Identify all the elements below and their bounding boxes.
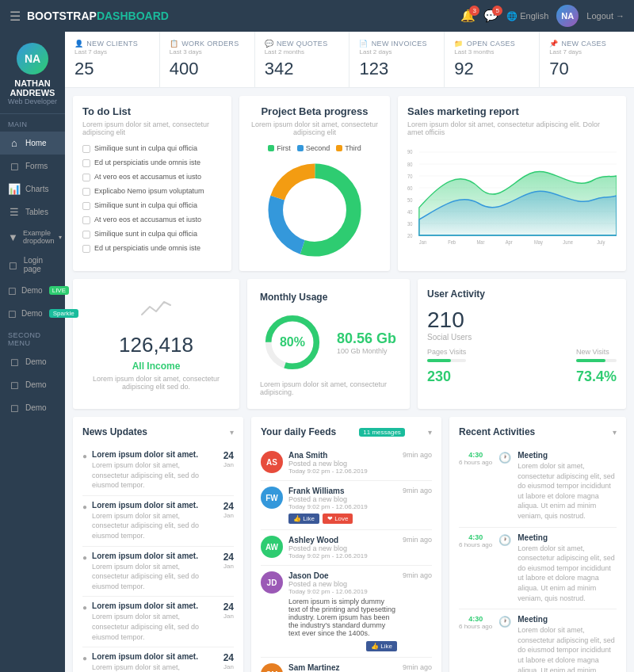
news-date-month: Jan — [223, 461, 234, 468]
sidebar-label-forms: Forms — [25, 162, 48, 170]
monthly-desc: Lorem ipsum dolor sit amet, consectetur … — [260, 380, 397, 396]
news-dropdown[interactable]: ▾ — [230, 428, 234, 437]
todo-checkbox[interactable] — [82, 174, 90, 181]
feeds-dropdown[interactable]: ▾ — [428, 428, 432, 437]
news-item-title: Lorem ipsum dolor sit amet. — [92, 652, 219, 661]
sales-panel: Sales marketing report Lorem ipsum dolor… — [398, 96, 626, 271]
news-item-text: Lorem ipsum dolor sit amet, consectetur … — [92, 511, 219, 541]
news-item-text: Lorem ipsum dolor sit amet, consectetur … — [92, 460, 219, 491]
todo-checkbox[interactable] — [82, 145, 90, 153]
stat-new-clients-value: 25 — [74, 59, 150, 79]
feed-item: AS Ana Smith Posted a new blog Today 9:0… — [261, 445, 432, 481]
feed-avatar: FW — [261, 487, 283, 509]
recent-item-desc: Lorem dolor sit amet, consectetur adipis… — [518, 461, 617, 521]
svg-text:Feb: Feb — [448, 239, 456, 245]
monthly-progress-wrap: 80% 80.56 Gb 100 Gb Monthly — [260, 311, 397, 374]
cases-icon: 📁 — [454, 40, 463, 48]
new-visits-label: New Visits — [576, 348, 617, 356]
logout-button[interactable]: Logout → — [586, 11, 624, 21]
income-desc: Lorem ipsum dolor sit amet, consectetur … — [86, 375, 227, 391]
sidebar-item-demo3[interactable]: ◻ Demo — [0, 350, 65, 373]
sidebar-label-dropdown: Example dropdown — [23, 229, 55, 245]
feeds-panel: Your daily Feeds 11 messages ▾ AS Ana Sm… — [251, 417, 441, 672]
todo-checkbox[interactable] — [82, 159, 90, 167]
sidebar-item-login[interactable]: ◻ Login page — [0, 250, 65, 279]
news-item-content: Lorem ipsum dolor sit amet. Lorem ipsum … — [92, 552, 219, 592]
news-date-month: Jan — [223, 512, 234, 519]
news-date-day: 24 — [223, 652, 234, 663]
svg-text:July: July — [597, 239, 605, 246]
recent-item-content: Meeting Lorem dolor sit amet, consectetu… — [518, 451, 617, 521]
legend-label-third: Third — [345, 144, 361, 152]
feed-name: Ashley Wood — [288, 536, 397, 544]
activity-pages: Pages Visits 230 — [427, 348, 466, 385]
sidebar-item-demo5[interactable]: ◻ Demo — [0, 396, 65, 419]
pages-progress-fill — [427, 359, 451, 362]
todo-item-text: Explicabo Nemo ipsum voluptatum — [94, 187, 204, 195]
feed-name: Jason Doe — [288, 571, 397, 580]
new-visits-progress-bar — [576, 359, 617, 362]
todo-checkbox[interactable] — [82, 188, 90, 196]
news-item-content: Lorem ipsum dolor sit amet. Lorem ipsum … — [92, 450, 219, 491]
feeds-title: Your daily Feeds — [261, 426, 336, 437]
sidebar-item-demo2[interactable]: ◻ Demo Sparkle — [0, 302, 65, 325]
sidebar-item-dropdown[interactable]: ▼ Example dropdown ▾ — [0, 223, 65, 250]
sidebar-label-demo5: Demo — [25, 403, 47, 412]
legend-first: First — [268, 144, 291, 152]
feed-action: Posted a new blog — [288, 460, 397, 468]
sidebar-item-forms[interactable]: ◻ Forms — [0, 155, 65, 178]
svg-text:Mar: Mar — [476, 239, 485, 245]
messages-button[interactable]: 💬 5 — [483, 9, 498, 23]
recent-dropdown[interactable]: ▾ — [613, 428, 617, 437]
clock-icon: 🕐 — [498, 452, 511, 464]
sidebar-item-charts[interactable]: 📊 Charts — [0, 178, 65, 200]
news-item-date: 24Jan — [223, 450, 234, 468]
language-selector[interactable]: 🌐 English — [506, 11, 548, 21]
chevron-down-icon: ▾ — [59, 234, 62, 241]
sidebar-item-tables[interactable]: ☰ Tables — [0, 200, 65, 223]
bottom-row: News Updates ▾ ● Lorem ipsum dolor sit a… — [65, 417, 634, 672]
legend-label-second: Second — [306, 144, 330, 152]
feed-time: 9min ago — [403, 487, 432, 494]
notifications-button[interactable]: 🔔 3 — [460, 9, 476, 23]
new-visits-progress-fill — [576, 359, 605, 362]
sidebar-role: Web Developer — [8, 97, 57, 105]
todo-list: Similique sunt in culpa qui officia Ed u… — [82, 144, 222, 253]
todo-item: Similique sunt in culpa qui officia — [82, 201, 222, 210]
sidebar-item-home[interactable]: ⌂ Home — [0, 132, 65, 155]
todo-checkbox[interactable] — [82, 245, 90, 253]
todo-item-text: At vero eos et accusamus et iusto — [94, 173, 201, 181]
feeds-messages-badge: 11 messages — [359, 428, 405, 437]
like-button[interactable]: 👍 Like — [288, 514, 319, 524]
legend-dot-second — [297, 145, 304, 151]
news-item-date: 24Jan — [223, 601, 234, 620]
user-avatar[interactable]: NA — [556, 5, 579, 27]
stat-work-orders: 📋 WORK ORDERS Last 3 days 400 — [160, 32, 255, 87]
feed-name: Sam Martinez — [288, 663, 397, 672]
feeds-header: Your daily Feeds 11 messages ▾ — [261, 426, 432, 437]
feed-item-content: Sam Martinez Posted a new blog Today 9:0… — [288, 663, 397, 672]
dropdown-icon: ▼ — [8, 231, 18, 243]
stat-new-cases-value: 70 — [549, 59, 624, 79]
stat-new-cases: 📌 NEW CASES Last 7 days 70 — [540, 32, 634, 87]
sidebar-item-demo1[interactable]: ◻ Demo LIVE — [0, 279, 65, 302]
demo2-icon: ◻ — [8, 307, 17, 319]
svg-text:40: 40 — [407, 208, 413, 215]
like-button-2[interactable]: 👍 Like — [366, 641, 397, 651]
stat-work-orders-value: 400 — [170, 59, 245, 79]
feed-time: 9min ago — [403, 451, 432, 459]
donut-legend: First Second Third — [249, 144, 380, 152]
todo-checkbox[interactable] — [82, 216, 90, 224]
income-label: All Income — [132, 361, 181, 372]
love-button[interactable]: ❤ Love — [323, 514, 353, 524]
sidebar-item-demo4[interactable]: ◻ Demo — [0, 373, 65, 396]
todo-checkbox[interactable] — [82, 231, 90, 239]
notification-badge: 3 — [469, 6, 479, 16]
hamburger-icon[interactable]: ☰ — [10, 9, 21, 24]
todo-checkbox[interactable] — [82, 202, 90, 210]
clock-icon: 🕐 — [498, 616, 511, 628]
news-bullet-icon: ● — [82, 452, 87, 460]
legend-dot-third — [336, 145, 342, 151]
feed-name: Ana Smith — [288, 451, 397, 460]
feed-item: SM Sam Martinez Posted a new blog Today … — [261, 658, 432, 672]
